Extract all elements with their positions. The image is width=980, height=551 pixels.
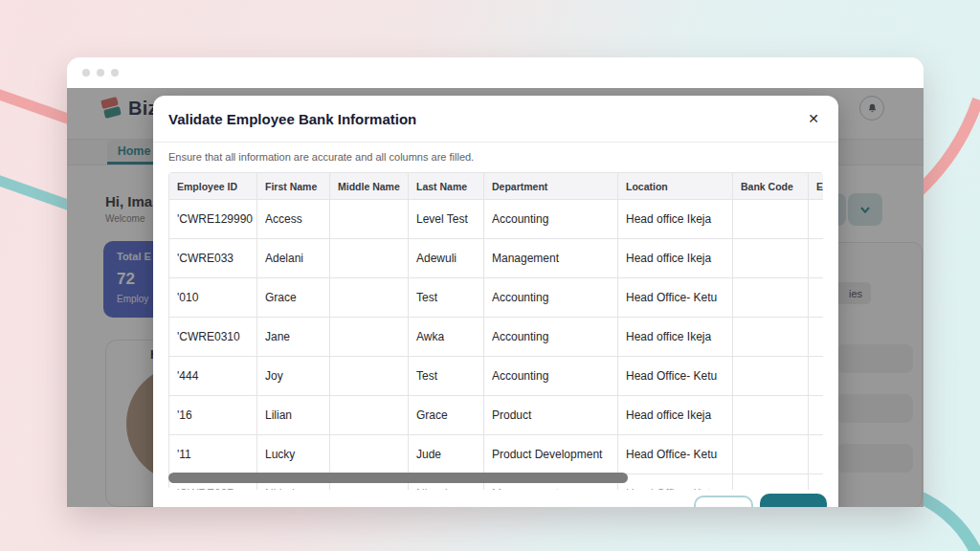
- table-cell: Head office Ikeja: [618, 396, 733, 434]
- employee-table: Employee IDFirst NameMiddle NameLast Nam…: [168, 172, 823, 490]
- column-header: E: [809, 173, 823, 199]
- table-cell: [809, 200, 823, 238]
- table-cell: Grace: [409, 396, 484, 434]
- table-cell: Joy: [257, 357, 330, 395]
- table-cell: [733, 200, 809, 238]
- table-cell: Management: [484, 239, 618, 277]
- table-cell: Jane: [257, 318, 330, 356]
- table-cell: [330, 396, 409, 434]
- window-titlebar: [67, 57, 924, 88]
- page-background: Biz Home Hi, Ima Welcome Total E 72 Empl…: [0, 0, 980, 551]
- modal-secondary-button[interactable]: [694, 496, 753, 507]
- modal-primary-button[interactable]: [760, 494, 827, 507]
- table-cell: [809, 396, 823, 434]
- column-header: Last Name: [409, 173, 484, 199]
- table-cell: [809, 357, 823, 395]
- table-cell: Access: [257, 200, 330, 238]
- table-row: 'CWRE129990AccessLevel TestAccountingHea…: [168, 200, 823, 239]
- table-cell: 'CWRE0310: [169, 318, 257, 356]
- table-cell: Lucky: [257, 435, 330, 474]
- table-cell: [330, 278, 409, 317]
- table-row: '11LuckyJudeProduct DevelopmentHead Offi…: [168, 435, 823, 474]
- table-header-row: Employee IDFirst NameMiddle NameLast Nam…: [168, 172, 823, 200]
- table-cell: [733, 239, 809, 277]
- column-header: Bank Code: [733, 173, 809, 199]
- table-cell: [809, 318, 823, 356]
- table-cell: Head office Ikeja: [618, 239, 733, 277]
- table-cell: [809, 239, 823, 277]
- app-content: Biz Home Hi, Ima Welcome Total E 72 Empl…: [67, 88, 924, 507]
- modal-subtitle: Ensure that all information are accurate…: [168, 151, 474, 163]
- table-cell: Awka: [409, 318, 484, 356]
- table-cell: Product: [484, 396, 618, 434]
- column-header: Middle Name: [330, 173, 409, 199]
- table-cell: [733, 357, 809, 395]
- table-cell: [733, 435, 809, 474]
- table-row: '16LilianGraceProductHead office Ikeja: [168, 396, 823, 435]
- table-row: 'CWRE033AdelaniAdewuliManagementHead off…: [168, 239, 823, 278]
- table-cell: Head Office- Ketu: [618, 435, 733, 474]
- modal-title: Validate Employee Bank Information: [168, 111, 416, 127]
- table-cell: Adelani: [257, 239, 330, 277]
- table-cell: 'CWRE033: [169, 239, 257, 277]
- decor-pink-curve: [917, 99, 978, 193]
- window-dot: [111, 69, 119, 77]
- window-traffic-dots: [82, 69, 119, 77]
- table-cell: Accounting: [484, 318, 618, 356]
- table-cell: [330, 435, 409, 474]
- table-cell: [330, 239, 409, 277]
- table-cell: Head Office- Ketu: [618, 278, 733, 317]
- table-horizontal-scrollbar[interactable]: [168, 473, 628, 483]
- column-header: Department: [484, 173, 618, 199]
- table-cell: Head Office- Ketu: [618, 357, 733, 395]
- table-cell: Product Development: [484, 435, 618, 474]
- table-cell: '444: [169, 357, 257, 395]
- close-icon[interactable]: ✕: [808, 112, 819, 125]
- table-cell: Adewuli: [409, 239, 484, 277]
- table-cell: Grace: [257, 278, 330, 317]
- table-cell: Accounting: [484, 278, 618, 317]
- table-cell: [733, 474, 809, 490]
- table-cell: Level Test: [409, 200, 484, 238]
- table-cell: [733, 396, 809, 434]
- table-cell: '010: [169, 278, 257, 317]
- table-cell: [733, 318, 809, 356]
- table-cell: Accounting: [484, 200, 618, 238]
- column-header: First Name: [257, 173, 330, 199]
- column-header: Employee ID: [169, 173, 257, 199]
- table-cell: Jude: [409, 435, 484, 474]
- table-cell: [330, 357, 409, 395]
- table-row: '444JoyTestAccountingHead Office- Ketu: [168, 357, 823, 396]
- table-cell: Lilian: [257, 396, 330, 434]
- table-cell: Head Office- Ketu: [618, 474, 733, 490]
- table-cell: [733, 278, 809, 317]
- table-cell: [330, 318, 409, 356]
- table-cell: Accounting: [484, 357, 618, 395]
- table-cell: Head office Ikeja: [618, 318, 733, 356]
- column-header: Location: [618, 173, 733, 199]
- window-dot: [82, 69, 90, 77]
- table-cell: 'CWRE129990: [169, 200, 257, 238]
- table-cell: [330, 200, 409, 238]
- table-cell: Test: [409, 357, 484, 395]
- table-cell: [809, 435, 823, 474]
- table-cell: [809, 278, 823, 317]
- table-row: '010GraceTestAccountingHead Office- Ketu: [168, 278, 823, 318]
- browser-window: Biz Home Hi, Ima Welcome Total E 72 Empl…: [67, 57, 924, 507]
- table-cell: Head office Ikeja: [618, 200, 733, 238]
- modal-divider: [153, 142, 838, 143]
- table-cell: Test: [409, 278, 484, 317]
- validate-bank-info-modal: Validate Employee Bank Information ✕ Ens…: [153, 96, 838, 507]
- window-dot: [97, 69, 104, 77]
- table-cell: '16: [169, 396, 257, 434]
- table-row: 'CWRE0310JaneAwkaAccountingHead office I…: [168, 318, 823, 357]
- table-cell: [809, 474, 823, 490]
- table-cell: '11: [169, 435, 257, 474]
